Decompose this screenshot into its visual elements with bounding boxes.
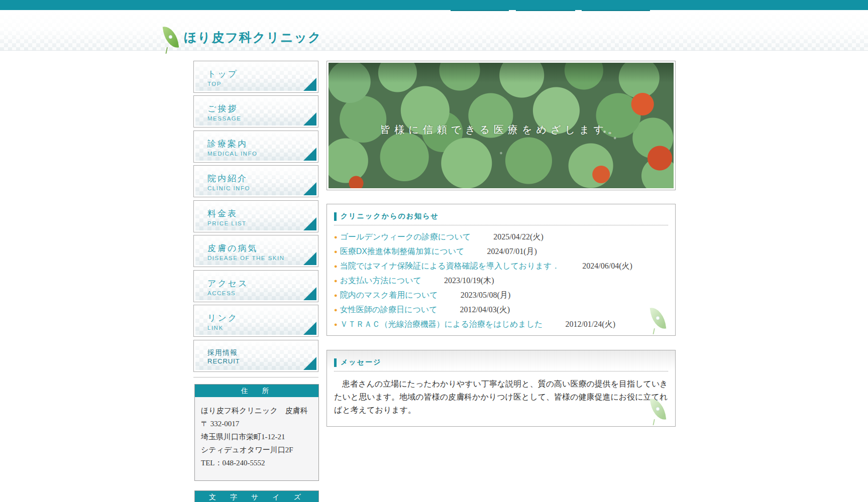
menu-label-en: MEDICAL INFO [207,151,316,157]
news-item: ● ゴールデンウィークの診療について 2025/04/22(火) [334,232,668,246]
corner-triangle-icon [303,148,316,161]
corner-triangle-icon [303,182,316,195]
corner-triangle-icon [303,357,316,370]
header: ほり皮フ科クリニック [0,11,868,51]
news-link[interactable]: 院内のマスク着用について [340,290,438,301]
news-date: 2012/04/03(火) [460,305,510,315]
menu-label-en: LINK [207,325,316,331]
sidebar-item-top[interactable]: トップ TOP [193,61,318,93]
menu-label-jp: 皮膚の病気 [207,243,316,254]
sidebar-item-access[interactable]: アクセス ACCESS [193,270,318,302]
news-item: ● ＶＴＲＡＣ（光線治療機器）による治療をはじめました 2012/01/24(火… [334,319,668,334]
menu-label-en: CLINIC INFO [207,185,316,191]
menu-label-en: MESSAGE [207,115,316,121]
sidebar-item-skin-disease[interactable]: 皮膚の病気 DISEASE OF THE SKIN [193,235,318,267]
bullet-icon: ● [334,321,338,327]
menu-label-jp: 診療案内 [207,139,316,149]
address-box: 住 所 ほり皮フ科クリニック 皮膚科 〒 332-0017 埼玉県川口市栄町1-… [194,384,319,481]
clinic-name: ほり皮フ科クリニック [184,29,322,46]
bullet-icon: ● [334,234,338,240]
message-body: 患者さんの立場にたったわかりやすい丁寧な説明と、質の高い医療の提供を目指していき… [334,378,668,417]
menu-label-jp: 料金表 [207,209,316,219]
news-link[interactable]: ＶＴＲＡＣ（光線治療機器）による治療をはじめました [340,319,543,330]
corner-triangle-icon [303,287,316,300]
sidebar-item-price-list[interactable]: 料金表 PRICE LIST [193,200,318,232]
section-accent-bar [334,358,337,367]
menu-label-jp: アクセス [207,279,316,289]
leaf-logo-icon [163,26,179,49]
sidebar-divider [193,377,318,378]
corner-triangle-icon [303,217,316,230]
font-size-box-title: 文 字 サ イ ズ [195,491,318,502]
address-postal-code: 〒 332-0017 [201,417,312,430]
news-link[interactable]: 女性医師の診療日について [340,305,438,315]
sidebar-item-recruit[interactable]: 採用情報 RECRUIT [193,340,318,372]
menu-label-en: PRICE LIST [207,220,316,226]
address-box-title: 住 所 [195,385,318,397]
menu-label-en: TOP [207,81,316,87]
address-clinic-name: ほり皮フ科クリニック 皮膚科 [201,404,312,417]
menu-label-jp: 院内紹介 [207,174,316,184]
header-gradient [0,11,868,50]
sidebar-item-medical-info[interactable]: 診療案内 MEDICAL INFO [193,131,318,163]
top-bar [0,0,868,11]
corner-triangle-icon [303,112,316,126]
clinic-logo[interactable]: ほり皮フ科クリニック [164,26,322,48]
menu-label-jp: 採用情報 [207,348,316,356]
corner-triangle-icon [303,252,316,265]
bullet-icon: ● [334,292,338,298]
font-size-box: 文 字 サ イ ズ [194,490,319,502]
news-item: ● 女性医師の診療日について 2012/04/03(火) [334,305,668,319]
news-title: クリニックからのお知らせ [341,212,439,221]
news-panel: クリニックからのお知らせ ● ゴールデンウィークの診療について 2025/04/… [327,204,676,336]
menu-label-en: DISEASE OF THE SKIN [207,255,316,261]
hero-catchphrase: 皆様に信頼できる医療をめざします。 [329,123,674,137]
news-link[interactable]: ゴールデンウィークの診療について [340,232,471,242]
news-link[interactable]: 当院ではマイナ保険証による資格確認を導入しております． [340,261,560,272]
bullet-icon: ● [334,263,338,269]
news-item: ● 医療DX推進体制整備加算について 2024/07/01(月) [334,246,668,261]
message-panel: メッセージ 患者さんの立場にたったわかりやすい丁寧な説明と、質の高い医療の提供を… [327,350,676,427]
news-item: ● 院内のマスク着用について 2023/05/08(月) [334,290,668,305]
news-date: 2024/06/04(火) [582,261,632,272]
news-date: 2023/05/08(月) [461,290,511,301]
sidebar-item-message[interactable]: ご挨拶 MESSAGE [193,95,318,128]
bullet-icon: ● [334,278,338,284]
hero-image: 皆様に信頼できる医療をめざします。 [327,61,676,190]
news-date: 2024/07/01(月) [487,246,537,257]
message-title: メッセージ [341,358,381,367]
news-link[interactable]: 医療DX推進体制整備加算について [340,246,465,257]
sidebar-item-link[interactable]: リンク LINK [193,305,318,337]
nasturtium-leaves-photo: 皆様に信頼できる医療をめざします。 [329,63,674,188]
address-phone: TEL：048-240-5552 [201,456,312,469]
corner-triangle-icon [303,322,316,335]
menu-label-jp: トップ [207,69,316,79]
section-accent-bar [334,212,337,221]
news-date: 2012/01/24(火) [565,319,615,330]
menu-label-jp: ご挨拶 [207,104,316,114]
news-date: 2025/04/22(火) [493,232,544,242]
bullet-icon: ● [334,307,338,313]
bullet-icon: ● [334,248,338,255]
address-building: シティデュオタワー川口2F [201,443,312,456]
news-date: 2023/10/19(木) [444,276,494,286]
news-link[interactable]: お支払い方法について [340,276,421,286]
sidebar-item-clinic-info[interactable]: 院内紹介 CLINIC INFO [193,165,318,197]
menu-label-en: RECRUIT [207,357,316,365]
menu-label-jp: リンク [207,313,316,323]
menu-label-en: ACCESS [207,290,316,296]
address-street: 埼玉県川口市栄町1-12-21 [201,430,312,443]
corner-triangle-icon [303,78,316,91]
news-item: ● 当院ではマイナ保険証による資格確認を導入しております． 2024/06/04… [334,261,668,276]
news-item: ● お支払い方法について 2023/10/19(木) [334,276,668,290]
